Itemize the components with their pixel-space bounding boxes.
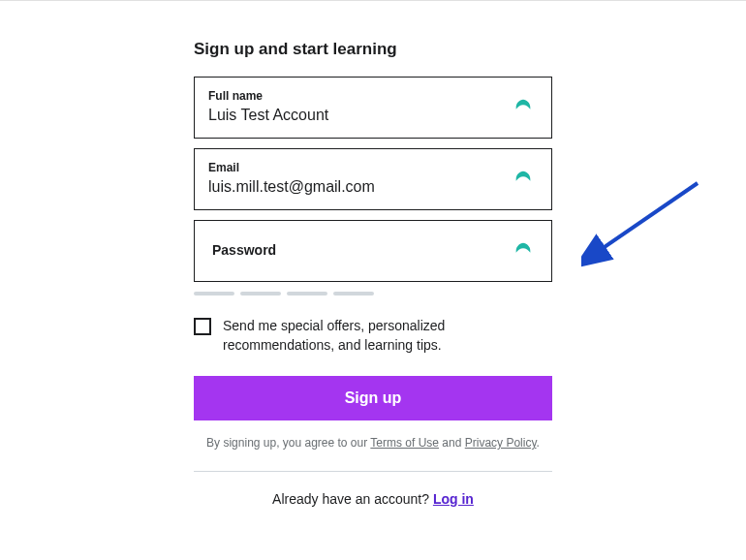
fullname-label: Full name bbox=[208, 89, 538, 103]
offers-checkbox[interactable] bbox=[194, 318, 211, 335]
offers-checkbox-label: Send me special offers, personalized rec… bbox=[223, 317, 552, 355]
password-strength-bars bbox=[194, 292, 552, 296]
email-field[interactable]: Email bbox=[194, 148, 552, 210]
password-field[interactable]: Password bbox=[194, 220, 552, 282]
fullname-field[interactable]: Full name bbox=[194, 77, 552, 139]
fullname-input[interactable] bbox=[208, 107, 488, 124]
signup-button[interactable]: Sign up bbox=[194, 376, 552, 420]
extension-icon bbox=[513, 169, 534, 190]
login-prompt: Already have an account? Log in bbox=[194, 491, 552, 507]
strength-bar bbox=[194, 292, 234, 296]
svg-line-1 bbox=[599, 183, 698, 251]
login-prompt-text: Already have an account? bbox=[272, 491, 433, 507]
terms-mid: and bbox=[439, 436, 465, 450]
annotation-arrow-icon bbox=[581, 175, 707, 272]
password-label: Password bbox=[212, 242, 538, 258]
login-link[interactable]: Log in bbox=[433, 491, 474, 507]
privacy-policy-link[interactable]: Privacy Policy bbox=[465, 436, 537, 450]
strength-bar bbox=[287, 292, 327, 296]
divider bbox=[194, 471, 552, 472]
strength-bar bbox=[333, 292, 374, 296]
terms-prefix: By signing up, you agree to our bbox=[206, 436, 370, 450]
terms-text: By signing up, you agree to our Terms of… bbox=[194, 434, 552, 451]
terms-of-use-link[interactable]: Terms of Use bbox=[370, 436, 439, 450]
email-input[interactable] bbox=[208, 178, 488, 196]
extension-icon bbox=[513, 97, 534, 118]
email-label: Email bbox=[208, 161, 538, 174]
signup-heading: Sign up and start learning bbox=[194, 40, 552, 59]
extension-icon bbox=[513, 240, 534, 262]
terms-suffix: . bbox=[537, 436, 540, 450]
strength-bar bbox=[240, 292, 281, 296]
offers-checkbox-row[interactable]: Send me special offers, personalized rec… bbox=[194, 317, 552, 355]
